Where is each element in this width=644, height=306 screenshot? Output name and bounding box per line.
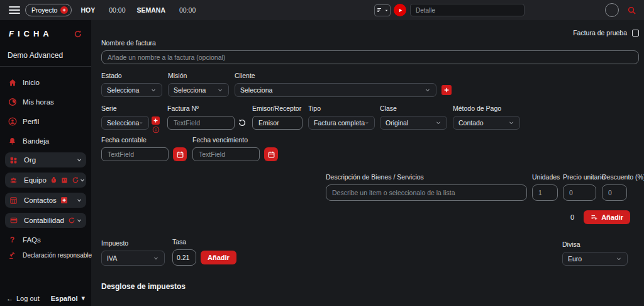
hamburger-icon[interactable] <box>9 6 20 14</box>
invoice-form: Factura de prueba Nombre de factura Esta… <box>91 20 644 306</box>
metodo-pago-select[interactable]: Contado <box>453 116 520 130</box>
sidebar-item-equipo[interactable]: Equipo <box>5 173 86 188</box>
fecha-vencimiento-input[interactable] <box>192 147 260 161</box>
sidebar-item-mis-horas[interactable]: Mis horas <box>5 94 86 110</box>
sidebar-item-bandeja[interactable]: Bandeja <box>5 133 86 149</box>
descuento-input[interactable] <box>602 184 627 201</box>
refresh-icon[interactable] <box>74 30 82 38</box>
estado-select[interactable]: Selecciona <box>101 83 162 97</box>
divisa-label: Divisa <box>562 241 628 248</box>
mision-value: Selecciona <box>174 86 206 94</box>
sidebar-item-contabilidad[interactable]: Contabilidad <box>5 213 86 228</box>
desglose-title: Desglose de impuestos <box>101 282 639 291</box>
clock-icon <box>8 98 17 106</box>
descripcion-field: Descripción de Bienes / Servicios <box>326 173 527 201</box>
sidebar-item-declaracion[interactable]: Declaración responsable <box>5 248 86 262</box>
playlist-add-icon <box>591 213 598 221</box>
serie-select[interactable]: Selecciona <box>101 116 149 130</box>
tipo-select[interactable]: Factura completa <box>308 116 375 130</box>
serie-value: Selecciona <box>107 119 139 127</box>
impuesto-select[interactable]: IVA <box>101 251 165 266</box>
refresh-icon[interactable] <box>68 217 75 224</box>
sidebar-item-org[interactable]: Org <box>5 152 86 167</box>
play-button[interactable] <box>394 4 406 16</box>
sidebar-item-perfil[interactable]: Perfil <box>5 113 86 130</box>
test-invoice-checkbox[interactable] <box>632 30 639 37</box>
clase-select[interactable]: Original <box>380 116 447 130</box>
arrow-left-icon: ← <box>6 295 13 302</box>
chevron-down-icon <box>425 87 431 93</box>
add-cliente-button[interactable] <box>441 85 452 95</box>
chevron-down-icon <box>139 120 143 126</box>
invoice-name-input[interactable] <box>101 50 639 64</box>
sidebar-item-label: Contabilidad <box>24 217 64 224</box>
search-icon[interactable] <box>627 6 636 15</box>
unidades-label: Unidades <box>532 173 558 181</box>
info-icon <box>152 126 160 133</box>
sort-icon <box>376 7 383 13</box>
fecha-contable-calendar-button[interactable] <box>173 147 187 161</box>
card-icon <box>9 217 18 224</box>
unidades-input[interactable] <box>532 184 558 201</box>
add-icon[interactable] <box>60 196 68 204</box>
fecha-contable-input[interactable] <box>101 147 169 161</box>
cliente-label: Cliente <box>235 72 436 79</box>
fecha-vencimiento-label: Fecha vencimiento <box>192 136 260 144</box>
serie-field: Serie Selecciona <box>101 105 149 130</box>
logout-button[interactable]: ← Log out <box>6 295 40 302</box>
refresh-icon[interactable] <box>72 176 79 184</box>
emisor-input[interactable] <box>252 116 303 130</box>
stopwatch-icon[interactable] <box>50 176 57 184</box>
descripcion-label: Descripción de Bienes / Servicios <box>326 173 527 181</box>
cliente-value: Selecciona <box>240 86 272 94</box>
cliente-field: Cliente Selecciona <box>235 72 436 97</box>
language-select[interactable]: Español ▾ <box>51 294 85 302</box>
app-logo: FICHA <box>9 29 53 38</box>
contacts-icon <box>9 196 18 205</box>
sort-dropdown-button[interactable] <box>374 4 391 16</box>
top-bar: Proyecto HOY 00:00 SEMANA 00:00 <box>0 0 644 20</box>
sidebar-item-label: Org <box>24 156 36 164</box>
today-timer: 00:00 <box>109 6 125 14</box>
factura-n-input[interactable] <box>167 116 235 130</box>
precio-unitario-label: Precio unitario <box>563 173 596 181</box>
plus-icon <box>443 87 450 93</box>
caret-down-icon: ▾ <box>81 294 85 302</box>
add-serie-button[interactable] <box>152 116 160 125</box>
tipo-label: Tipo <box>308 105 375 112</box>
tasa-input[interactable] <box>172 249 196 266</box>
divisa-value: Euro <box>568 255 582 263</box>
detail-input[interactable] <box>410 4 525 16</box>
anadir-tax-button[interactable]: Añadir <box>201 251 236 264</box>
descripcion-input[interactable] <box>326 184 527 201</box>
sidebar-item-inicio[interactable]: Inicio <box>5 74 86 91</box>
invoice-name-label: Nombre de factura <box>101 39 639 47</box>
emisor-field: Emisor/Receptor <box>252 105 303 130</box>
sidebar-item-faqs[interactable]: ? FAQs <box>5 233 86 247</box>
avatar[interactable] <box>605 3 619 17</box>
divisa-select[interactable]: Euro <box>562 252 628 266</box>
mision-select[interactable]: Selecciona <box>168 83 229 97</box>
unidades-field: Unidades <box>532 173 558 201</box>
sidebar-item-label: Bandeja <box>23 137 49 145</box>
people-icon <box>9 176 18 184</box>
tipo-field: Tipo Factura completa <box>308 105 375 130</box>
mision-field: Misión Selecciona <box>168 72 229 97</box>
sidebar-item-contactos[interactable]: Contactos <box>5 193 86 208</box>
home-icon <box>8 78 17 87</box>
refresh-icon[interactable] <box>238 118 247 127</box>
person-icon <box>8 117 17 126</box>
items-total: 0 <box>570 213 574 221</box>
sidebar-divider <box>0 66 91 67</box>
tipo-value: Factura completa <box>314 119 365 127</box>
caret-down-icon <box>384 8 389 13</box>
logout-label: Log out <box>16 295 40 302</box>
anadir-item-button[interactable]: Añadir <box>584 210 630 224</box>
anadir-tax-label: Añadir <box>208 254 230 261</box>
chevron-down-icon <box>217 87 223 93</box>
project-button[interactable]: Proyecto <box>25 4 72 16</box>
cliente-select[interactable]: Selecciona <box>235 83 436 97</box>
precio-unitario-input[interactable] <box>563 184 596 201</box>
fecha-vencimiento-calendar-button[interactable] <box>264 147 278 161</box>
kanban-icon[interactable] <box>61 177 68 184</box>
